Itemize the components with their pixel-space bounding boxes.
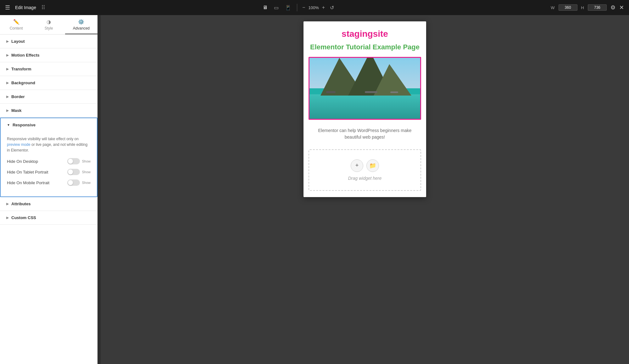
- attributes-header[interactable]: ▶ Attributes: [0, 197, 97, 211]
- hamburger-menu-button[interactable]: ☰: [5, 4, 10, 11]
- page-header: stagingsite Elementor Tutorial Example P…: [303, 21, 426, 57]
- responsive-note: Responsive visibility will take effect o…: [7, 136, 91, 153]
- transform-label: Transform: [11, 67, 31, 71]
- attributes-arrow-icon: ▶: [6, 202, 9, 206]
- tab-style[interactable]: ◑ Style: [32, 15, 65, 34]
- drop-zone-label: Drag widget here: [348, 176, 382, 181]
- background-arrow-icon: ▶: [6, 81, 9, 85]
- height-input[interactable]: [588, 4, 607, 11]
- layout-header[interactable]: ▶ Layout: [0, 35, 97, 48]
- page-description: Elementor can help WordPress beginners m…: [303, 125, 426, 147]
- custom-css-header[interactable]: ▶ Custom CSS: [0, 211, 97, 224]
- panel-resize-handle[interactable]: ·: [97, 15, 101, 364]
- mask-header[interactable]: ▶ Mask: [0, 104, 97, 117]
- desktop-device-button[interactable]: 🖥: [261, 3, 270, 12]
- accordion-custom-css: ▶ Custom CSS: [0, 211, 97, 225]
- transform-header[interactable]: ▶ Transform: [0, 62, 97, 76]
- hide-desktop-toggle[interactable]: [67, 158, 80, 164]
- mountain-scene: [309, 58, 420, 119]
- hide-desktop-row: Hide On Desktop Show: [7, 158, 91, 164]
- water: [309, 94, 420, 119]
- divider: [297, 4, 297, 11]
- background-label: Background: [11, 80, 35, 85]
- page-preview: stagingsite Elementor Tutorial Example P…: [303, 21, 426, 197]
- style-tab-icon: ◑: [47, 19, 51, 25]
- style-tab-label: Style: [45, 26, 53, 30]
- mountain-right: [374, 64, 411, 96]
- responsive-header[interactable]: ▼ Responsive: [1, 118, 97, 132]
- border-label: Border: [11, 94, 25, 99]
- accordion-layout: ▶ Layout: [0, 35, 97, 48]
- left-panel: ✏️ Content ◑ Style ⚙️ Advanced ▶ Layout …: [0, 15, 97, 364]
- responsive-content: Responsive visibility will take effect o…: [1, 132, 97, 196]
- width-label: W: [551, 5, 554, 10]
- height-label: H: [581, 5, 584, 10]
- zoom-in-button[interactable]: +: [321, 4, 326, 11]
- resize-icon: ·: [97, 189, 101, 190]
- hide-mobile-show-label: Show: [82, 181, 91, 185]
- drop-zone-buttons: + 📁: [351, 159, 379, 172]
- zoom-control: − 100% +: [301, 4, 326, 11]
- tab-advanced[interactable]: ⚙️ Advanced: [65, 15, 97, 34]
- background-header[interactable]: ▶ Background: [0, 76, 97, 90]
- motion-effects-arrow-icon: ▶: [6, 53, 9, 57]
- topbar-center: 🖥 ▭ 📱 − 100% + ↺: [261, 3, 335, 12]
- topbar-title: Edit Image: [15, 5, 36, 10]
- accordion-attributes: ▶ Attributes: [0, 197, 97, 211]
- undo-button[interactable]: ↺: [329, 4, 335, 11]
- site-title: stagingsite: [310, 29, 420, 39]
- topbar: ☰ Edit Image ⠿ 🖥 ▭ 📱 − 100% + ↺ W H ⚙ ✕: [0, 0, 629, 15]
- responsive-arrow-icon: ▼: [7, 123, 10, 127]
- hide-mobile-toggle[interactable]: [67, 179, 80, 186]
- content-tab-icon: ✏️: [13, 19, 19, 25]
- widget-library-button[interactable]: 📁: [366, 159, 379, 172]
- motion-effects-header[interactable]: ▶ Motion Effects: [0, 48, 97, 62]
- layout-label: Layout: [11, 39, 25, 44]
- hide-tablet-toggle-wrapper: Show: [67, 169, 91, 175]
- drop-zone[interactable]: + 📁 Drag widget here: [309, 149, 421, 191]
- accordion-mask: ▶ Mask: [0, 104, 97, 118]
- add-widget-button[interactable]: +: [351, 159, 363, 172]
- attributes-label: Attributes: [11, 201, 31, 206]
- preview-mode-link[interactable]: preview mode: [7, 142, 31, 147]
- hide-desktop-label: Hide On Desktop: [7, 159, 38, 164]
- hide-desktop-show-label: Show: [82, 159, 91, 163]
- close-button[interactable]: ✕: [619, 4, 624, 11]
- hide-tablet-label: Hide On Tablet Portrait: [7, 170, 48, 174]
- hide-mobile-toggle-wrapper: Show: [67, 179, 91, 186]
- hide-mobile-label: Hide On Mobile Portrait: [7, 180, 49, 185]
- topbar-right: W H ⚙ ✕: [551, 4, 624, 11]
- layout-arrow-icon: ▶: [6, 40, 9, 43]
- panel-tabs: ✏️ Content ◑ Style ⚙️ Advanced: [0, 15, 97, 35]
- accordion-motion-effects: ▶ Motion Effects: [0, 48, 97, 62]
- apps-grid-button[interactable]: ⠿: [41, 4, 45, 11]
- mask-label: Mask: [11, 108, 22, 113]
- page-title: Elementor Tutorial Example Page: [310, 43, 420, 52]
- hide-desktop-toggle-wrapper: Show: [67, 158, 91, 164]
- topbar-left: ☰ Edit Image ⠿: [5, 4, 45, 11]
- border-arrow-icon: ▶: [6, 95, 9, 98]
- hide-tablet-toggle[interactable]: [67, 169, 80, 175]
- featured-image[interactable]: [309, 57, 421, 120]
- accordion-border: ▶ Border: [0, 90, 97, 104]
- hide-mobile-row: Hide On Mobile Portrait Show: [7, 179, 91, 186]
- transform-arrow-icon: ▶: [6, 67, 9, 71]
- mask-arrow-icon: ▶: [6, 109, 9, 112]
- advanced-tab-label: Advanced: [73, 26, 90, 30]
- hide-tablet-row: Hide On Tablet Portrait Show: [7, 169, 91, 175]
- border-header[interactable]: ▶ Border: [0, 90, 97, 103]
- responsive-label: Responsive: [13, 123, 36, 127]
- custom-css-arrow-icon: ▶: [6, 216, 9, 219]
- settings-button[interactable]: ⚙: [610, 4, 615, 11]
- accordion-transform: ▶ Transform: [0, 62, 97, 76]
- mobile-device-button[interactable]: 📱: [283, 3, 293, 12]
- tablet-device-button[interactable]: ▭: [272, 3, 281, 12]
- width-input[interactable]: [559, 4, 577, 11]
- content-tab-label: Content: [10, 26, 23, 30]
- zoom-out-button[interactable]: −: [301, 4, 306, 11]
- tab-content[interactable]: ✏️ Content: [0, 15, 32, 34]
- canvas-area: stagingsite Elementor Tutorial Example P…: [101, 15, 629, 364]
- main-layout: ✏️ Content ◑ Style ⚙️ Advanced ▶ Layout …: [0, 15, 629, 364]
- hide-tablet-show-label: Show: [82, 170, 91, 174]
- custom-css-label: Custom CSS: [11, 215, 36, 220]
